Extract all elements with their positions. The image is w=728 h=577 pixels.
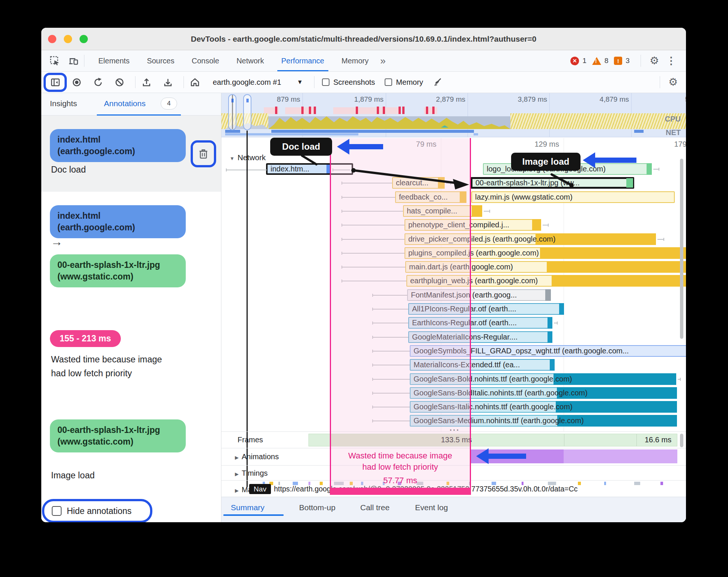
panel-tab-memory[interactable]: Memory [333, 50, 377, 71]
collapse-triangle-icon[interactable]: ▼ [230, 156, 235, 161]
request-label: FontManifest.json (earth.goog... [411, 290, 549, 300]
network-request-bar[interactable]: All1PIcons-Regular.otf (earth.... [408, 303, 564, 315]
capture-settings-gear-icon[interactable]: ⚙ [668, 77, 678, 87]
link-arrow-icon: → [51, 235, 63, 249]
tab-annotations[interactable]: Annotations [104, 99, 146, 108]
network-request-bar[interactable]: GoogleSans-BoldItalic.nohints.ttf (earth… [410, 387, 677, 399]
network-request-bar[interactable]: GoogleSans-Italic.nohints.ttf (earth.goo… [410, 401, 677, 413]
frames-bar[interactable]: 133.5 ms 16.6 ms [308, 434, 677, 446]
expand-triangle-icon[interactable]: ▶ [235, 455, 239, 460]
home-icon[interactable] [190, 77, 200, 87]
annotation-chip-index-html-2[interactable]: index.html (earth.google.com) [50, 205, 186, 238]
issues-count[interactable]: 3 [626, 57, 630, 65]
network-request-bar[interactable]: clearcut... [392, 177, 445, 189]
request-label: lazy.min.js (www.gstatic.com) [475, 192, 672, 202]
network-request-bar[interactable]: 00-earth-splash-1x-ltr.jpg (ww... [471, 177, 634, 189]
request-label: GoogleMaterialIcons-Regular.... [412, 332, 550, 342]
annotation-chip-time-range[interactable]: 155 - 213 ms [50, 330, 121, 347]
network-request-bar[interactable]: MaterialIcons-Extended.ttf (ea... [410, 359, 555, 371]
customize-menu-icon[interactable]: ⋮ [662, 55, 680, 67]
error-count[interactable]: 1 [582, 57, 587, 65]
upload-profile-icon[interactable] [141, 77, 152, 87]
hide-annotations-label[interactable]: Hide annotations [67, 506, 132, 516]
network-request-bar[interactable]: earthplugin_web.js (earth.google.com) [406, 275, 686, 287]
warning-badge-icon[interactable]: ! [592, 57, 601, 65]
settings-gear-icon[interactable]: ⚙ [650, 56, 659, 66]
annotations-sidebar: Insights Annotations 4 index.html (earth… [41, 93, 221, 522]
request-label: GoogleSans-BoldItalic.nohints.ttf (earth… [414, 388, 675, 398]
animation-bar[interactable] [564, 449, 677, 463]
error-badge-icon[interactable]: ✕ [570, 57, 579, 65]
reload-record-icon[interactable] [93, 77, 103, 87]
annotation-chip-splash-image[interactable]: 00-earth-splash-1x-ltr.jpg (www.gstatic.… [50, 254, 186, 287]
animations-label: Animations [242, 452, 279, 461]
details-tab-summary[interactable]: Summary [231, 503, 265, 512]
network-track-header[interactable]: ▼Network [230, 153, 266, 162]
network-request-bar[interactable]: FontManifest.json (earth.goog... [407, 289, 551, 301]
profile-select[interactable]: earth.google.com #1 [213, 78, 281, 87]
details-tab-call-tree[interactable]: Call tree [360, 503, 390, 512]
issues-badge-icon[interactable]: ! [614, 57, 622, 65]
animations-track-header[interactable]: ▶Animations [235, 452, 279, 461]
more-tabs-icon[interactable]: » [377, 55, 388, 67]
screenshots-label[interactable]: Screenshots [333, 78, 375, 87]
request-label: plugins_compiled.js (earth.google.com) [408, 248, 684, 258]
warning-count[interactable]: 8 [605, 57, 609, 65]
request-label: GoogleSymbols_FILL_GRAD_opsz_wght.ttf (e… [414, 346, 685, 356]
panel-tab-performance[interactable]: Performance [273, 50, 333, 71]
network-request-bar[interactable]: GoogleSymbols_FILL_GRAD_opsz_wght.ttf (e… [410, 345, 686, 357]
memory-checkbox[interactable] [385, 78, 392, 86]
vertical-scrollbar[interactable] [680, 159, 683, 339]
annotation-chip-index-html[interactable]: index.html (earth.google.com) [50, 129, 186, 162]
request-tail-whisker [554, 323, 558, 323]
network-request-bar[interactable]: feedback_co... [395, 191, 466, 203]
inspect-element-icon[interactable] [50, 56, 60, 66]
network-request-bar[interactable]: GoogleSans-Bold.nohints.ttf (earth.googl… [410, 373, 676, 385]
expand-triangle-icon[interactable]: ▶ [235, 471, 239, 477]
image-load-annotation-label[interactable]: Image load [511, 153, 581, 171]
panel-tab-console[interactable]: Console [183, 50, 228, 71]
panel-tab-network[interactable]: Network [228, 50, 272, 71]
request-tail-whisker [678, 379, 681, 380]
annotation-chip-splash-image-2[interactable]: 00-earth-splash-1x-ltr.jpg (www.gstatic.… [50, 419, 186, 452]
download-profile-icon[interactable] [163, 77, 173, 87]
network-request-bar[interactable]: phenotype_client_compiled.j... [405, 219, 541, 231]
scrollbar-thumb[interactable] [680, 434, 683, 447]
record-icon[interactable] [72, 77, 82, 87]
hide-annotations-checkbox[interactable] [52, 506, 62, 516]
divider [314, 76, 314, 88]
timings-track-header[interactable]: ▶Timings [235, 469, 268, 478]
details-tab-event-log[interactable]: Event log [415, 503, 448, 512]
tab-insights[interactable]: Insights [50, 99, 77, 108]
clear-icon[interactable] [114, 77, 125, 87]
annotation-ring-delete [191, 140, 216, 167]
screenshots-checkbox[interactable] [322, 78, 329, 86]
request-queue-whisker [341, 239, 405, 240]
network-request-bar[interactable]: EarthIcons-Regular.otf (earth.... [408, 317, 552, 329]
network-request-bar[interactable]: index.htm... [266, 163, 353, 175]
panel-tab-sources[interactable]: Sources [138, 50, 183, 71]
more-rows-ellipsis[interactable]: ... [450, 423, 460, 431]
chevron-down-icon[interactable]: ▼ [297, 79, 303, 86]
memory-label[interactable]: Memory [396, 78, 423, 87]
request-label: 00-earth-splash-1x-ltr.jpg (ww... [475, 179, 631, 187]
details-tab-bottom-up[interactable]: Bottom-up [299, 503, 335, 512]
trash-icon[interactable] [198, 148, 209, 159]
garbage-collect-icon[interactable] [432, 77, 442, 87]
panel-tab-elements[interactable]: Elements [90, 50, 138, 71]
devtools-tabbar: ElementsSourcesConsoleNetworkPerformance… [41, 50, 686, 72]
request-label: MaterialIcons-Extended.ttf (ea... [414, 360, 552, 370]
doc-load-annotation-label[interactable]: Doc load [270, 138, 332, 156]
expand-triangle-icon[interactable]: ▶ [235, 488, 239, 493]
network-request-bar[interactable]: drive_picker_compiled.js (earth.google.c… [405, 233, 656, 245]
request-label: feedback_co... [399, 192, 464, 202]
device-toolbar-icon[interactable] [68, 56, 79, 66]
annotation-ring-sidebar-toggle [44, 73, 67, 92]
network-request-bar[interactable]: GoogleMaterialIcons-Regular.... [408, 331, 552, 343]
blue-arrow-image-load [595, 158, 636, 163]
network-request-bar[interactable]: main.dart.js (earth.google.com) [405, 261, 686, 273]
network-track-label: Network [238, 153, 266, 162]
network-request-bar[interactable]: lazy.min.js (www.gstatic.com) [471, 191, 675, 203]
request-tail-whisker [543, 225, 549, 225]
network-request-bar[interactable]: plugins_compiled.js (earth.google.com) [405, 247, 686, 259]
